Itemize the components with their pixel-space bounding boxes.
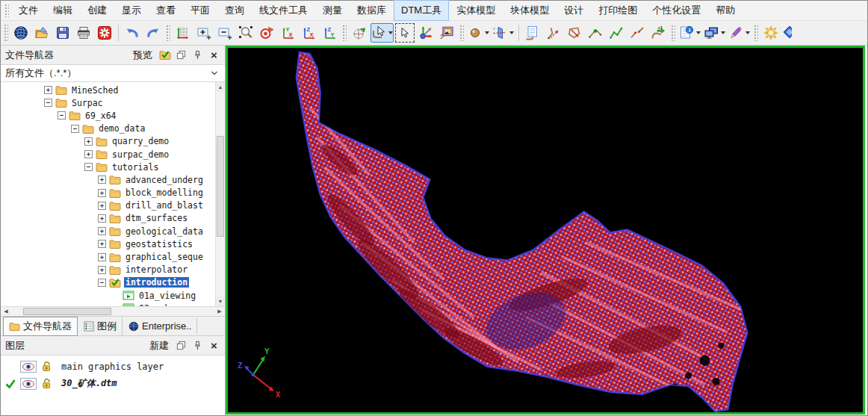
tree-item-geological_data[interactable]: +geological_data — [1, 225, 215, 238]
menu-文件[interactable]: 文件 — [11, 0, 46, 21]
menu-设计[interactable]: 设计 — [557, 0, 591, 21]
toolbar-grip-handle[interactable] — [4, 24, 8, 42]
dropdown-arrow-icon[interactable] — [745, 31, 750, 34]
draw-tool-button[interactable] — [728, 23, 751, 43]
tree-item-Surpac[interactable]: −Surpac — [1, 96, 215, 109]
world-button[interactable] — [11, 23, 31, 43]
float-panel-icon[interactable] — [175, 49, 187, 61]
menu-帮助[interactable]: 帮助 — [708, 0, 743, 21]
segment-properties-button[interactable] — [523, 23, 542, 43]
rotate-view-button[interactable] — [350, 23, 369, 43]
pin-panel-icon[interactable] — [191, 339, 204, 352]
toolbar-grip-handle[interactable] — [166, 25, 170, 41]
menu-查询[interactable]: 查询 — [217, 0, 252, 21]
zoom-out-button[interactable] — [215, 23, 235, 43]
point-tool-button[interactable] — [467, 23, 490, 43]
tree-expander-plus[interactable]: + — [98, 202, 106, 210]
dropdown-arrow-icon[interactable] — [388, 31, 393, 34]
toolbar-grip-handle[interactable] — [754, 25, 758, 41]
undo-button[interactable] — [123, 23, 142, 43]
select-segment-tool-button[interactable] — [371, 23, 394, 43]
tree-item-interpolator[interactable]: +interpolator — [1, 264, 215, 276]
menu-线文件工具[interactable]: 线文件工具 — [252, 0, 315, 21]
file-filter-dropdown[interactable]: 所有文件（.*.*） — [1, 65, 225, 82]
tree-expander-plus[interactable]: + — [98, 176, 106, 184]
tree-item-introduction[interactable]: −introduction — [1, 276, 215, 289]
float-panel-icon[interactable] — [175, 339, 187, 352]
preview-folder-icon[interactable] — [158, 49, 171, 61]
tree-expander-plus[interactable]: + — [98, 227, 106, 235]
join-segment-button[interactable] — [586, 23, 605, 43]
tree-expander-plus[interactable]: + — [44, 86, 52, 94]
image-registration-button[interactable] — [437, 23, 456, 43]
dropdown-arrow-icon[interactable] — [696, 31, 701, 34]
pin-panel-icon[interactable] — [191, 49, 204, 61]
menu-显示[interactable]: 显示 — [114, 0, 149, 21]
tree-item-geostatistics[interactable]: +geostatistics — [1, 238, 215, 250]
toolbar-grip-handle[interactable] — [459, 25, 464, 41]
clipped-tool-button[interactable] — [782, 23, 793, 43]
tree-item-69_x64[interactable]: −69_x64 — [1, 109, 215, 122]
save-file-button[interactable] — [53, 23, 72, 43]
renumber-segment-button[interactable]: +1 — [648, 23, 668, 43]
tree-expander-minus[interactable]: − — [98, 279, 106, 287]
tree-expander-plus[interactable]: + — [98, 266, 106, 274]
scroll-up-arrow[interactable]: ▲ — [216, 82, 225, 92]
horizontal-scroll-thumb[interactable] — [23, 308, 111, 315]
close-panel-icon[interactable]: × — [208, 49, 220, 61]
menu-测量[interactable]: 测量 — [315, 0, 350, 21]
dropdown-arrow-icon[interactable] — [509, 31, 514, 34]
tree-item-tutorials[interactable]: −tutorials — [1, 161, 215, 173]
tree-expander-minus[interactable]: − — [44, 99, 52, 107]
tree-item-quarry_demo[interactable]: +quarry_demo — [1, 135, 215, 148]
reset-graphics-button[interactable] — [95, 23, 114, 43]
vertical-scroll-thumb[interactable] — [217, 136, 224, 237]
layer-lock-toggle[interactable] — [40, 361, 53, 372]
menu-平面[interactable]: 平面 — [183, 0, 217, 21]
zoom-window-button[interactable] — [236, 23, 255, 43]
tree-expander-plus[interactable]: + — [98, 214, 106, 223]
displays-button[interactable] — [703, 23, 726, 43]
tree-item-advanced_underg[interactable]: +advanced_underg — [1, 173, 215, 186]
menu-编辑[interactable]: 编辑 — [46, 0, 80, 21]
tree-item-demo_data[interactable]: −demo_data — [1, 122, 215, 135]
menu-块体模型[interactable]: 块体模型 — [503, 0, 557, 21]
toolbar-grip-handle[interactable] — [342, 25, 347, 41]
open-file-button[interactable] — [32, 23, 52, 43]
lighting-button[interactable] — [761, 23, 781, 43]
break-line-button[interactable] — [627, 23, 647, 43]
layer-visibility-toggle[interactable] — [20, 378, 37, 390]
view-section-zy-button[interactable]: ZY — [320, 23, 339, 43]
scroll-right-arrow[interactable]: ▶ — [214, 307, 225, 316]
menu-查看[interactable]: 查看 — [149, 0, 183, 21]
menubar-grip-handle[interactable] — [4, 4, 9, 17]
layer-active-checkbox[interactable] — [4, 379, 16, 389]
redo-button[interactable] — [143, 23, 163, 43]
tree-expander-plus[interactable]: + — [84, 137, 93, 146]
tree-item-graphical_seque[interactable]: +graphical_seque — [1, 250, 215, 263]
tree-expander-plus[interactable]: + — [98, 253, 106, 261]
menu-数据库[interactable]: 数据库 — [350, 0, 394, 21]
tree-item-surpac_demo[interactable]: +surpac_demo — [1, 148, 215, 161]
close-segment-button[interactable] — [565, 23, 584, 43]
menu-实体模型[interactable]: 实体模型 — [449, 0, 503, 21]
dropdown-arrow-icon[interactable] — [721, 31, 725, 34]
tree-expander-plus[interactable]: + — [84, 150, 93, 158]
tab-Enterprise..[interactable]: Enterprise.. — [123, 317, 197, 335]
graphics-viewport-3d[interactable]: Y X Z — [226, 46, 865, 415]
layer-visibility-toggle[interactable] — [20, 361, 37, 373]
print-button[interactable] — [74, 23, 93, 43]
tree-item-MineSched[interactable]: +MineSched — [1, 84, 215, 96]
file-properties-button[interactable]: i — [678, 23, 701, 43]
tab-图例[interactable]: 图例 — [78, 317, 123, 336]
tree-horizontal-scrollbar[interactable]: ◀ ▶ — [1, 306, 225, 316]
menu-创建[interactable]: 创建 — [80, 0, 114, 21]
tree-item-block_modelling[interactable]: +block_modelling — [1, 187, 215, 199]
tree-item-01a_viewing[interactable]: 01a_viewing — [1, 289, 215, 302]
smooth-segment-button[interactable] — [607, 23, 626, 43]
new-layer-button[interactable]: 新建 — [147, 338, 171, 353]
tree-expander-minus[interactable]: − — [71, 125, 79, 133]
view-plan-yx-button[interactable]: YX — [278, 23, 297, 43]
tab-文件导航器[interactable]: 文件导航器 — [3, 317, 78, 336]
reverse-segment-button[interactable] — [544, 23, 563, 43]
